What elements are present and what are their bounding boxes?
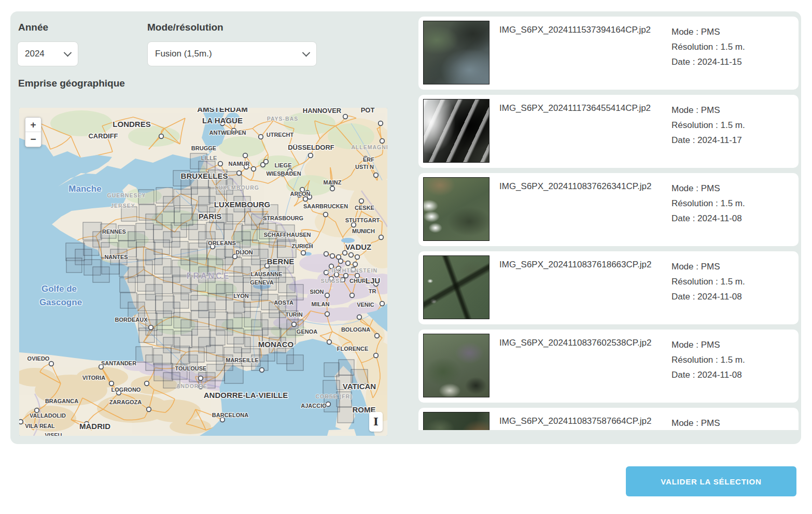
svg-text:NANTES: NANTES <box>104 254 128 260</box>
svg-text:SANTANDER: SANTANDER <box>101 360 136 366</box>
year-label: Année <box>18 22 48 33</box>
result-metadata: Mode : PMS Résolution : 1.5 m. <box>671 412 793 430</box>
mode-resolution-label: Mode/résolution <box>147 22 223 33</box>
svg-text:TOULOUSE: TOULOUSE <box>175 365 207 372</box>
svg-text:MAINZ: MAINZ <box>324 179 342 185</box>
chevron-down-icon <box>302 48 311 56</box>
result-filename: IMG_S6PX_2024110837587664CP.jp2 <box>499 412 671 430</box>
result-filename: IMG_S6PX_2024110837618663CP.jp2 <box>499 255 671 320</box>
svg-text:ANDORRE: ANDORRE <box>176 383 207 389</box>
svg-text:FRANCE: FRANCE <box>187 272 231 280</box>
svg-text:JERSEY: JERSEY <box>110 203 135 209</box>
result-mode: Mode : PMS <box>671 103 793 118</box>
validate-selection-button[interactable]: VALIDER LA SÉLECTION <box>626 466 796 496</box>
result-resolution: Résolution : 1.5 m. <box>671 352 793 367</box>
svg-text:GUERNESEY: GUERNESEY <box>107 192 146 198</box>
svg-text:BOLOGNA: BOLOGNA <box>341 326 370 333</box>
svg-text:MADRID: MADRID <box>79 422 110 431</box>
result-item[interactable]: IMG_S6PX_2024110837618663CP.jp2 Mode : P… <box>418 251 799 324</box>
svg-text:MONACO: MONACO <box>258 340 294 349</box>
result-filename: IMG_S6PX_2024111736455414CP.jp2 <box>499 99 671 164</box>
result-filename: IMG_S6PX_2024111537394164CP.jp2 <box>499 21 671 85</box>
svg-text:GENOA: GENOA <box>297 329 317 335</box>
svg-text:LJU: LJU <box>366 276 380 285</box>
result-item[interactable]: IMG_S6PX_2024111537394164CP.jp2 Mode : P… <box>418 17 799 90</box>
map-canvas[interactable]: MancheGolfe deGascogneFRANCEPAYS-BASALLE… <box>19 108 387 436</box>
result-date: Date : 2024-11-08 <box>671 211 793 226</box>
result-date: Date : 2024-11-08 <box>671 289 793 304</box>
result-filename: IMG_S6PX_2024110837626341CP.jp2 <box>499 177 671 242</box>
result-thumbnail <box>423 255 489 319</box>
svg-text:DÜSSELDORF: DÜSSELDORF <box>288 144 334 151</box>
result-mode: Mode : PMS <box>671 259 793 274</box>
svg-text:VENIC: VENIC <box>357 302 374 308</box>
svg-text:VATICAN: VATICAN <box>343 382 376 391</box>
svg-text:SION: SION <box>310 289 324 295</box>
result-item[interactable]: IMG_S6PX_2024110837626341CP.jp2 Mode : P… <box>418 173 799 246</box>
svg-text:ZURICH: ZURICH <box>291 243 313 249</box>
svg-text:USTI N: USTI N <box>355 164 374 170</box>
year-select-value: 2024 <box>25 49 65 59</box>
svg-text:LIEGE: LIEGE <box>274 162 291 168</box>
result-metadata: Mode : PMS Résolution : 1.5 m. Date : 20… <box>671 177 793 242</box>
svg-text:LILLE: LILLE <box>201 155 217 161</box>
year-select[interactable]: 2024 <box>17 41 78 66</box>
result-resolution: Résolution : 1.5 m. <box>671 118 793 133</box>
svg-text:VADUZ: VADUZ <box>345 242 372 251</box>
svg-text:CESKE: CESKE <box>355 205 374 211</box>
result-metadata: Mode : PMS Résolution : 1.5 m. Date : 20… <box>671 255 793 320</box>
svg-text:BRUXELLES: BRUXELLES <box>181 172 228 180</box>
result-date: Date : 2024-11-08 <box>671 367 793 382</box>
result-metadata: Mode : PMS Résolution : 1.5 m. Date : 20… <box>671 334 793 398</box>
svg-text:PARIS: PARIS <box>199 212 222 221</box>
svg-text:AOSTA: AOSTA <box>274 299 293 306</box>
result-item[interactable]: IMG_S6PX_2024110837602538CP.jp2 Mode : P… <box>418 330 799 403</box>
svg-text:LOGRONO: LOGRONO <box>111 387 141 393</box>
result-thumbnail <box>423 177 489 241</box>
svg-text:ZARAGOZA: ZARAGOZA <box>109 399 142 405</box>
svg-text:STUTTGART: STUTTGART <box>345 217 380 223</box>
svg-text:BERNE: BERNE <box>267 257 295 266</box>
svg-text:WIESBADEN: WIESBADEN <box>266 170 301 177</box>
svg-text:PAYS-BAS: PAYS-BAS <box>267 116 299 122</box>
result-item[interactable]: IMG_S6PX_2024111736455414CP.jp2 Mode : P… <box>418 95 799 168</box>
result-mode: Mode : PMS <box>671 416 793 430</box>
svg-text:ALLEMAGNE: ALLEMAGNE <box>351 144 387 150</box>
svg-text:RENNES: RENNES <box>102 229 126 235</box>
svg-text:VALLADOLID: VALLADOLID <box>30 412 66 419</box>
svg-text:LAUSANNE: LAUSANNE <box>250 271 282 277</box>
page: Année 2024 Mode/résolution Fusion (1,5m.… <box>0 0 812 514</box>
result-mode: Mode : PMS <box>671 337 793 352</box>
result-thumbnail <box>423 21 489 84</box>
svg-text:MUNICH: MUNICH <box>352 228 375 234</box>
map-attribution-button[interactable]: I <box>369 412 383 432</box>
svg-text:UTRECHT: UTRECHT <box>267 132 294 138</box>
result-date: Date : 2024-11-17 <box>671 133 793 148</box>
svg-text:CHUR: CHUR <box>349 278 366 284</box>
map-zoom-out-button[interactable]: − <box>25 132 41 147</box>
result-resolution: Résolution : 1.5 m. <box>671 39 793 54</box>
svg-text:LUXEMBOURG: LUXEMBOURG <box>214 200 270 209</box>
result-item[interactable]: IMG_S6PX_2024110837587664CP.jp2 Mode : P… <box>418 408 799 430</box>
svg-text:FLORENCE: FLORENCE <box>337 346 369 352</box>
search-panel: Année 2024 Mode/résolution Fusion (1,5m.… <box>10 11 801 444</box>
mode-resolution-select[interactable]: Fusion (1,5m.) <box>147 41 317 66</box>
svg-text:SCHAFFHAUSEN: SCHAFFHAUSEN <box>263 232 311 238</box>
svg-text:Manche: Manche <box>68 184 101 194</box>
svg-text:Golfe de: Golfe de <box>41 284 77 294</box>
svg-text:ERF: ERF <box>363 156 374 163</box>
svg-text:AMSTERDAM: AMSTERDAM <box>197 108 248 113</box>
result-metadata: Mode : PMS Résolution : 1.5 m. Date : 20… <box>671 99 793 164</box>
svg-text:CORSE (FR): CORSE (FR) <box>315 393 352 399</box>
svg-text:MARSEILLE: MARSEILLE <box>226 357 259 363</box>
svg-text:SUISSE: SUISSE <box>321 278 344 284</box>
mode-select-value: Fusion (1,5m.) <box>155 49 303 59</box>
results-list[interactable]: IMG_S6PX_2024111537394164CP.jp2 Mode : P… <box>418 16 799 430</box>
result-metadata: Mode : PMS Résolution : 1.5 m. Date : 20… <box>671 21 793 85</box>
svg-text:LONDRES: LONDRES <box>113 120 150 128</box>
result-mode: Mode : PMS <box>671 24 793 39</box>
svg-text:ANTWERPEN: ANTWERPEN <box>209 130 246 136</box>
map-zoom-in-button[interactable]: + <box>25 118 41 132</box>
svg-text:OVIEDO: OVIEDO <box>27 355 50 362</box>
geographic-extent-label: Emprise géographique <box>18 78 125 89</box>
